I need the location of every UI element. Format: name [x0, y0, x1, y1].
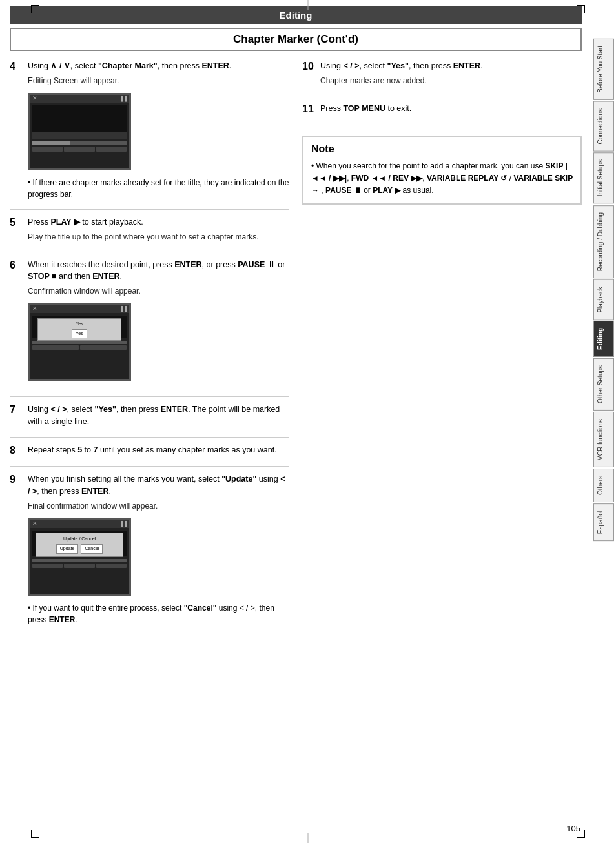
- step-5-content: Press PLAY ▶ to start playback. Play the…: [28, 216, 289, 243]
- step-11: 11 Press TOP MENU to exit.: [302, 96, 582, 116]
- step-9-number: 9: [10, 473, 23, 625]
- screen-close-icon-3: ✕: [32, 520, 37, 529]
- editing-header: Editing: [10, 6, 582, 24]
- step-7-content: Using < / >, select "Yes", then press EN…: [28, 403, 289, 428]
- step-9-note: • If you want to quit the entire process…: [28, 602, 289, 625]
- sidebar-item-before-you-start[interactable]: Before You Start: [593, 39, 614, 100]
- screen-mockup-2: ✕ ▐▐ Yes Yes: [28, 303, 131, 381]
- page-number: 105: [566, 824, 580, 833]
- step-5-number: 5: [10, 216, 23, 243]
- corner-mark-tr: [577, 5, 585, 13]
- note-box: Note • When you search for the point to …: [302, 136, 582, 205]
- center-mark-bottom: [308, 833, 309, 843]
- step-8-content: Repeat steps 5 to 7 until you set as man…: [28, 444, 289, 458]
- step-4-note: • If there are chapter marks already set…: [28, 177, 289, 200]
- note-content: • When you search for the point to add a…: [311, 160, 573, 198]
- step-8: 8 Repeat steps 5 to 7 until you set as m…: [10, 437, 289, 458]
- center-mark-top: [308, 0, 309, 10]
- side-tabs: Before You Start Connections Initial Set…: [591, 0, 616, 843]
- step-8-number: 8: [10, 444, 23, 458]
- screen-mockup-3: ✕ ▐▐ Update / Cancel Update Cancel: [28, 518, 131, 596]
- step-10-number: 10: [302, 60, 315, 86]
- chapter-label: Chapter Marker (Cont'd): [233, 33, 358, 45]
- step-6-content: When it reaches the desired point, press…: [28, 259, 289, 388]
- left-column: 4 Using ∧ / ∨, select "Chapter Mark", th…: [10, 60, 289, 635]
- screen-indicator-2: ▐▐: [119, 305, 127, 313]
- sidebar-item-editing[interactable]: Editing: [593, 321, 614, 357]
- content-columns: 4 Using ∧ / ∨, select "Chapter Mark", th…: [10, 60, 582, 635]
- step-10: 10 Using < / >, select "Yes", then press…: [302, 60, 582, 86]
- sidebar-item-others[interactable]: Others: [593, 469, 614, 502]
- corner-mark-tl: [31, 5, 39, 13]
- sidebar-item-espanol[interactable]: Español: [593, 503, 614, 541]
- step-9-content: When you finish setting all the marks yo…: [28, 473, 289, 625]
- right-column: 10 Using < / >, select "Yes", then press…: [302, 60, 582, 635]
- sidebar-item-recording-dubbing[interactable]: Recording / Dubbing: [593, 205, 614, 278]
- editing-label: Editing: [280, 10, 313, 21]
- step-4-number: 4: [10, 60, 23, 200]
- step-7: 7 Using < / >, select "Yes", then press …: [10, 396, 289, 428]
- step-5: 5 Press PLAY ▶ to start playback. Play t…: [10, 209, 289, 243]
- step-6: 6 When it reaches the desired point, pre…: [10, 252, 289, 388]
- sidebar-item-playback[interactable]: Playback: [593, 279, 614, 320]
- screen-mockup-1: ✕ ▐▐: [28, 93, 131, 170]
- screen-close-icon: ✕: [32, 94, 37, 103]
- step-4-content: Using ∧ / ∨, select "Chapter Mark", then…: [28, 60, 289, 200]
- sidebar-item-vcr-functions[interactable]: VCR functions: [593, 412, 614, 467]
- sidebar-item-other-setups[interactable]: Other Setups: [593, 358, 614, 411]
- screen-close-icon-2: ✕: [32, 305, 37, 314]
- step-11-number: 11: [302, 103, 315, 116]
- step-4: 4 Using ∧ / ∨, select "Chapter Mark", th…: [10, 60, 289, 200]
- chapter-header: Chapter Marker (Cont'd): [10, 28, 582, 51]
- note-title: Note: [311, 143, 573, 155]
- step-6-number: 6: [10, 259, 23, 388]
- corner-mark-bl: [31, 830, 39, 838]
- step-9: 9 When you finish setting all the marks …: [10, 466, 289, 625]
- step-11-content: Press TOP MENU to exit.: [320, 103, 582, 116]
- sidebar-item-initial-setups[interactable]: Initial Setups: [593, 152, 614, 203]
- sidebar-item-connections[interactable]: Connections: [593, 101, 614, 152]
- screen-indicator-1: ▐▐: [119, 95, 127, 103]
- step-7-number: 7: [10, 403, 23, 428]
- step-10-content: Using < / >, select "Yes", then press EN…: [320, 60, 582, 86]
- screen-indicator-3: ▐▐: [119, 520, 127, 528]
